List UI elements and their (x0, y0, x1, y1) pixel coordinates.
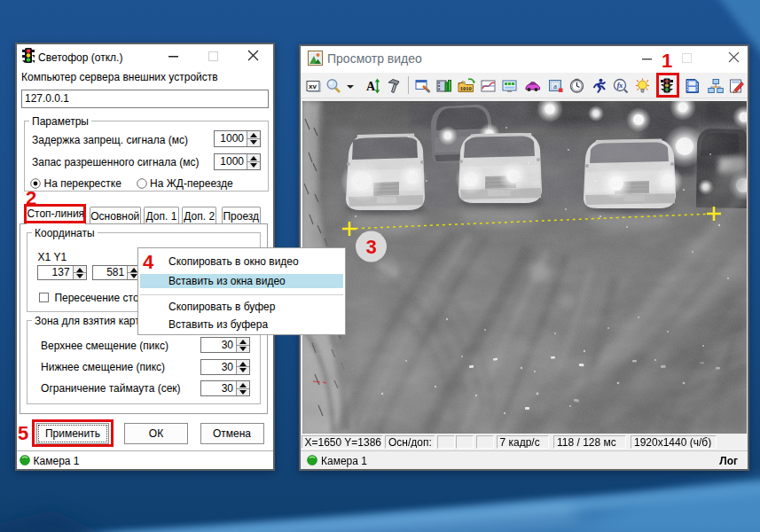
svg-text:3: 3 (365, 236, 376, 258)
svg-text:A: A (366, 80, 376, 93)
svg-text:fx: fx (617, 82, 623, 90)
svg-text:xv: xv (309, 82, 317, 90)
svg-text:1010: 1010 (460, 86, 472, 92)
svg-text:a: a (553, 82, 557, 90)
